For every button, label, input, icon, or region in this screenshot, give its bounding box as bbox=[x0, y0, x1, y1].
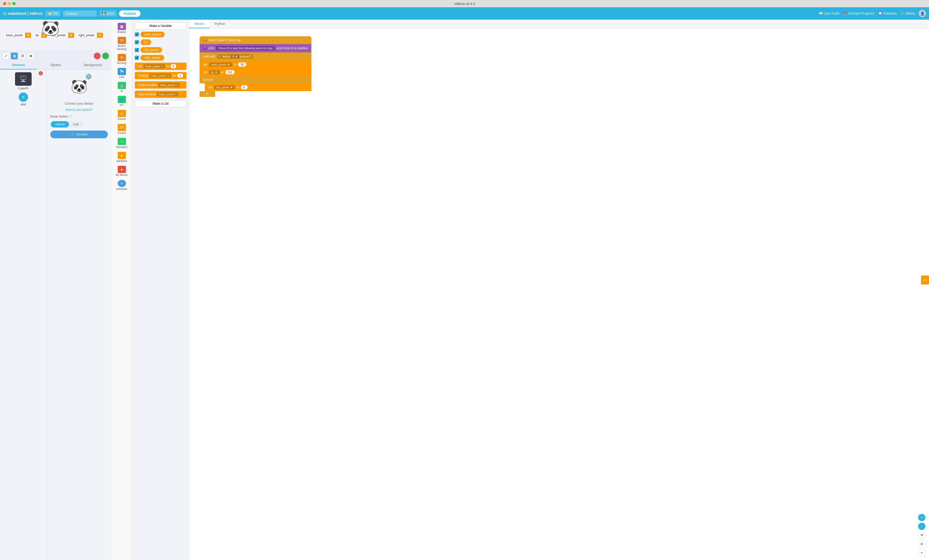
fit-view-button[interactable]: ⊙ bbox=[918, 540, 925, 548]
palette-item-motion-sensing[interactable]: ⟳ Motion Sensing bbox=[112, 36, 131, 52]
print-block[interactable]: 🖥 print Press B to start line following … bbox=[199, 44, 311, 52]
add-device-container: + Add bbox=[3, 92, 44, 106]
add-device-button[interactable]: + bbox=[19, 92, 28, 102]
var-chip-right-power: right_power bbox=[141, 55, 164, 61]
maximize-button[interactable] bbox=[12, 2, 15, 5]
sprite-image: 🐼 ⚙️ bbox=[66, 73, 92, 99]
set2-var-dropdown[interactable]: kp ▼ bbox=[209, 70, 220, 74]
publish-button[interactable]: Publish bbox=[119, 10, 141, 17]
main-layout: base_power 0 kp 0 left_power 0 right_pow… bbox=[0, 20, 929, 560]
palette-item-control[interactable]: ⟳ Control bbox=[112, 123, 131, 136]
tab-python[interactable]: Python bbox=[210, 20, 230, 28]
example-programs-link[interactable]: 📚 Example Programs bbox=[843, 12, 875, 15]
var-checkbox-right-power[interactable] bbox=[135, 56, 139, 60]
set3-var-dropdown[interactable]: left_power ▼ bbox=[214, 85, 235, 89]
upload-mode-button[interactable]: Upload bbox=[51, 121, 69, 127]
go-button[interactable] bbox=[102, 53, 109, 59]
tab-background[interactable]: Background bbox=[74, 61, 112, 69]
set2-value[interactable]: 0.5 bbox=[225, 70, 235, 74]
palette-item-events[interactable]: ⚡ Events bbox=[112, 109, 131, 122]
change-value-input[interactable]: 1 bbox=[177, 73, 183, 78]
palette-item-lan[interactable]: 📡 LAN bbox=[112, 67, 131, 80]
change-var-dropdown[interactable]: base_power bbox=[150, 73, 171, 78]
avatar[interactable]: 👤 bbox=[918, 10, 926, 17]
zoom-in-button[interactable]: + bbox=[918, 514, 925, 521]
project-name-input[interactable] bbox=[63, 11, 97, 17]
palette-item-iot[interactable]: 🌐 IoT bbox=[112, 95, 131, 108]
tab-sprites[interactable]: Sprites bbox=[37, 61, 74, 69]
expand-view-button[interactable]: ⤢ bbox=[3, 53, 9, 59]
hide-variable-block[interactable]: hide variable base_power bbox=[135, 91, 186, 98]
make-list-button[interactable]: Make a List bbox=[135, 100, 186, 107]
left-panel: base_power 0 kp 0 left_power 0 right_pow… bbox=[0, 20, 112, 560]
device-close-button[interactable]: × bbox=[38, 71, 43, 75]
set-base-power-block[interactable]: set base_power ▼ to 30 bbox=[199, 61, 311, 68]
set-value-input[interactable]: 0 bbox=[170, 64, 176, 68]
forever-block[interactable]: forever bbox=[199, 76, 311, 83]
user-guide-link[interactable]: 📖 User Guide bbox=[819, 12, 840, 15]
operators-icon: + bbox=[118, 138, 126, 145]
tab-blocks[interactable]: Blocks bbox=[189, 20, 210, 28]
blocks-palette: ▦ Display ⟳ Motion Sensing 👁 Sensing 📡 L… bbox=[112, 20, 132, 560]
var-chip-kp: kp bbox=[141, 39, 151, 45]
sprite-right-panel: 🐼 ⚙️ Connect your device How to use devi… bbox=[47, 70, 112, 560]
show-var-dropdown[interactable]: base_power bbox=[158, 83, 179, 87]
feedback-link[interactable]: 💬 Feedback bbox=[878, 12, 897, 15]
set-left-power-block[interactable]: set left_power ▼ to 0 bbox=[205, 83, 311, 91]
stop-button[interactable] bbox=[94, 53, 101, 59]
list-view-button[interactable]: ☰ bbox=[19, 53, 26, 59]
palette-item-variables[interactable]: ● Variables bbox=[112, 151, 131, 164]
set-kp-block[interactable]: set kp ▼ to 0.5 bbox=[199, 68, 311, 76]
var-checkbox-kp[interactable] bbox=[135, 40, 139, 44]
scratch-canvas[interactable]: </> 🖥 when CyberPi starts up 🖥 print Pre… bbox=[189, 29, 929, 560]
var-checkbox-left-power[interactable] bbox=[135, 48, 139, 52]
file-menu-button[interactable]: 📁 File bbox=[45, 11, 60, 16]
live-mode-button[interactable]: Live bbox=[69, 121, 83, 127]
set-var-dropdown[interactable]: base_power bbox=[144, 64, 165, 68]
example-programs-icon: 📚 bbox=[843, 12, 847, 15]
reset-view-button[interactable]: ↺ bbox=[918, 531, 925, 539]
set1-var-dropdown[interactable]: base_power ▼ bbox=[209, 63, 232, 67]
palette-item-operators[interactable]: + Operators bbox=[112, 137, 131, 150]
menu-button[interactable]: = bbox=[918, 549, 925, 556]
setting-link[interactable]: ⚙️ Setting bbox=[900, 12, 915, 15]
hide-var-dropdown[interactable]: base_power bbox=[157, 92, 178, 96]
variables-display-area: base_power 0 kp 0 left_power 0 right_pow… bbox=[0, 20, 112, 51]
code-toggle-button[interactable]: </> bbox=[921, 275, 929, 285]
control-icon: ⟳ bbox=[118, 124, 126, 131]
grid-view-button[interactable]: ▦ bbox=[11, 53, 18, 59]
event-block[interactable]: 🖥 when CyberPi starts up bbox=[199, 36, 311, 44]
minimize-button[interactable] bbox=[8, 2, 11, 5]
zoom-out-button[interactable]: − bbox=[918, 523, 925, 530]
devices-panel: × 🖥️ CyberPi + Add 🐼 ⚙️ bbox=[0, 70, 112, 560]
set-block[interactable]: set base_power to 0 bbox=[135, 63, 186, 70]
save-icon: 💾 bbox=[102, 12, 106, 15]
var-checkbox-base-power[interactable] bbox=[135, 32, 139, 37]
palette-item-extension[interactable]: + extension bbox=[112, 179, 131, 192]
wait-block[interactable]: wait until 🖥 button B ▼ pressed? bbox=[199, 52, 311, 61]
make-variable-button[interactable]: Make a Variable bbox=[135, 22, 186, 29]
set3-value[interactable]: 0 bbox=[241, 85, 248, 89]
palette-item-ai[interactable]: 🤖 AI bbox=[112, 81, 131, 94]
show-variable-block[interactable]: show variable base_power bbox=[135, 81, 186, 89]
how-to-link[interactable]: How to use device? bbox=[66, 108, 93, 112]
tab-devices[interactable]: Devices bbox=[0, 61, 37, 69]
palette-item-my-blocks[interactable]: ● My Blocks bbox=[112, 165, 131, 178]
button-dropdown[interactable]: B ▼ bbox=[231, 55, 239, 58]
variables-blocks-panel: Make a Variable base_power kp left_power… bbox=[132, 20, 189, 560]
close-button[interactable] bbox=[3, 2, 6, 5]
save-button[interactable]: 💾 Save bbox=[99, 11, 117, 16]
canvas-controls: + − ↺ ⊙ = bbox=[918, 514, 925, 556]
grid2-view-button[interactable]: ⊞ bbox=[28, 53, 34, 59]
lan-icon: 📡 bbox=[118, 68, 126, 75]
palette-item-sensing[interactable]: 👁 Sensing bbox=[112, 53, 131, 66]
palette-item-display[interactable]: ▦ Display bbox=[112, 22, 131, 35]
change-block[interactable]: change base_power by 1 bbox=[135, 72, 186, 79]
set1-value[interactable]: 30 bbox=[238, 63, 246, 67]
connect-button[interactable]: 🔗 Connect bbox=[50, 130, 108, 138]
ai-icon: 🤖 bbox=[118, 82, 126, 89]
block-group-main: 🖥 when CyberPi starts up 🖥 print Press B… bbox=[199, 36, 311, 97]
var-chip-left-power: left_power bbox=[141, 47, 162, 53]
brand-icon: ⬡ bbox=[3, 11, 6, 15]
var-row-right-power: right_power bbox=[135, 55, 186, 61]
